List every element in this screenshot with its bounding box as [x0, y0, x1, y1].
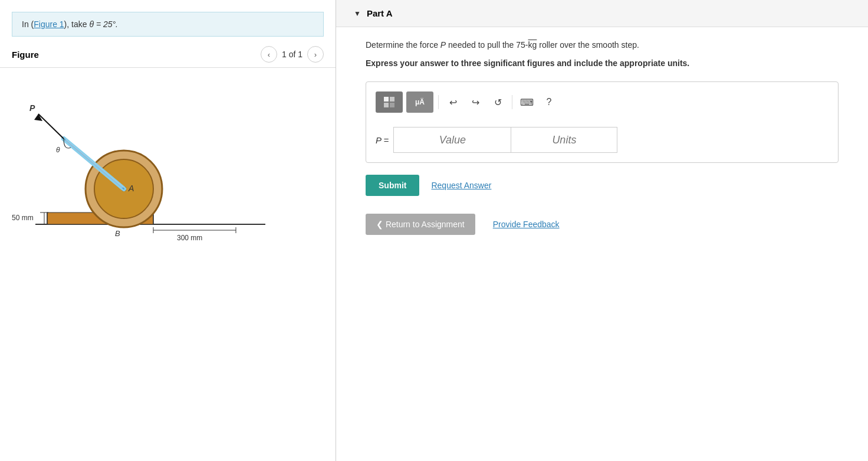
figure-title: Figure	[12, 50, 39, 60]
units-input[interactable]	[511, 127, 617, 153]
action-row: Submit Request Answer	[366, 175, 839, 196]
request-answer-button[interactable]: Request Answer	[431, 181, 491, 190]
help-button[interactable]: ?	[540, 93, 558, 112]
figure-svg: A B 50 mm 300 mm	[0, 74, 283, 263]
p-equals-label: P =	[376, 135, 389, 145]
svg-rect-27	[390, 103, 394, 107]
feedback-button[interactable]: Provide Feedback	[493, 220, 560, 229]
toolbar-separator-1	[438, 95, 439, 109]
right-panel: ▼ Part A Determine the force P needed to…	[336, 0, 868, 461]
theta-expr: θ = 25°.	[89, 19, 118, 29]
info-text-before: In (	[22, 19, 34, 29]
svg-rect-25	[390, 97, 394, 102]
problem-instruction: Express your answer to three significant…	[366, 57, 839, 70]
svg-rect-24	[384, 97, 389, 102]
problem-text: Determine the force P needed to pull the…	[366, 39, 839, 51]
undo-button[interactable]: ↩	[443, 93, 462, 112]
svg-line-20	[38, 114, 64, 139]
answer-toolbar: μÄ ↩ ↪ ↺ ⌨ ?	[376, 91, 828, 119]
part-header: ▼ Part A	[336, 0, 868, 27]
figure-link[interactable]: Figure 1	[34, 19, 64, 29]
info-text-after: ), take	[64, 19, 90, 29]
value-input[interactable]	[393, 127, 511, 153]
input-row: P =	[376, 127, 828, 153]
return-button[interactable]: ❮ Return to Assignment	[366, 214, 475, 235]
left-panel: In (Figure 1), take θ = 25°. Figure ‹ 1 …	[0, 0, 336, 461]
toolbar-separator-2	[512, 95, 512, 109]
figure-container[interactable]: A B 50 mm 300 mm	[0, 67, 336, 461]
refresh-button[interactable]: ↺	[488, 93, 507, 112]
matrix-button[interactable]	[376, 91, 403, 113]
svg-text:B: B	[115, 229, 120, 238]
svg-text:θ: θ	[56, 146, 60, 154]
prev-page-button[interactable]: ‹	[261, 46, 277, 63]
figure-info-box: In (Figure 1), take θ = 25°.	[12, 12, 324, 37]
page-indicator: 1 of 1	[282, 50, 303, 59]
svg-text:300 mm: 300 mm	[177, 234, 202, 242]
svg-text:50 mm: 50 mm	[12, 214, 34, 222]
answer-box: μÄ ↩ ↪ ↺ ⌨ ? P =	[366, 81, 839, 163]
submit-button[interactable]: Submit	[366, 175, 419, 196]
text-format-button[interactable]: μÄ	[406, 91, 433, 113]
figure-header: Figure ‹ 1 of 1 ›	[0, 37, 336, 67]
svg-text:P: P	[29, 103, 35, 113]
svg-text:A: A	[128, 184, 134, 193]
next-page-button[interactable]: ›	[307, 46, 324, 63]
redo-button[interactable]: ↪	[466, 93, 485, 112]
figure-drawing: A B 50 mm 300 mm	[0, 68, 336, 270]
part-title: Part A	[367, 8, 393, 18]
svg-rect-26	[384, 103, 389, 107]
part-collapse-arrow[interactable]: ▼	[354, 9, 361, 18]
keyboard-button[interactable]: ⌨	[517, 93, 536, 112]
figure-nav: ‹ 1 of 1 ›	[261, 46, 324, 63]
return-section: ❮ Return to Assignment Provide Feedback	[366, 214, 839, 235]
part-content: Determine the force P needed to pull the…	[336, 27, 868, 253]
